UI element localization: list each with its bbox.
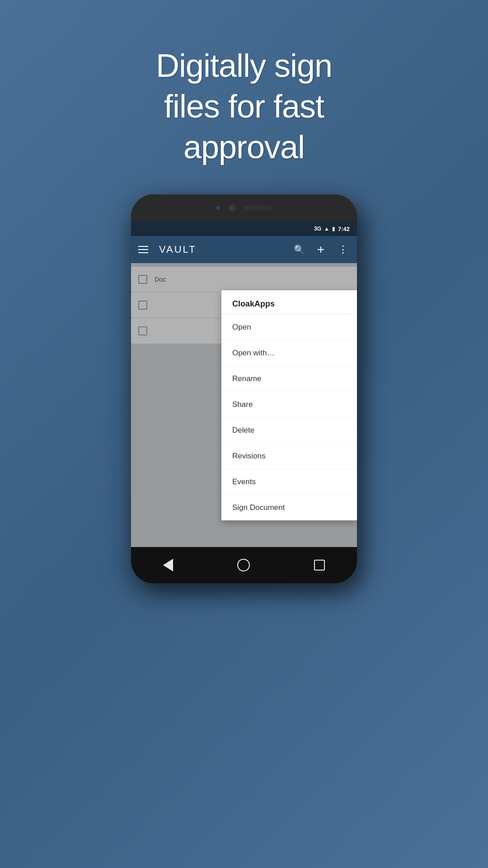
phone-body: 3G ▲ ▮ 7:42 VAULT 🔍 + ⋮ [131,194,357,583]
menu-item-rename[interactable]: Rename [221,366,357,392]
battery-icon: ▮ [332,226,335,232]
sensor [216,206,220,210]
network-indicator: 3G [314,226,321,232]
hero-line1: Digitally sign [27,45,461,86]
hero-line3: approval [27,127,461,167]
status-bar: 3G ▲ ▮ 7:42 [131,222,357,236]
camera [229,205,235,211]
back-button[interactable] [163,559,173,571]
time-display: 7:42 [338,226,350,232]
screen: 3G ▲ ▮ 7:42 VAULT 🔍 + ⋮ [131,222,357,547]
menu-item-sign-document[interactable]: Sign Document [221,495,357,520]
phone-mockup: 3G ▲ ▮ 7:42 VAULT 🔍 + ⋮ [131,194,357,583]
menu-item-share[interactable]: Share [221,392,357,418]
menu-item-open-with[interactable]: Open with… [221,340,357,366]
add-button[interactable]: + [314,242,328,257]
menu-item-open[interactable]: Open [221,315,357,340]
dialog-overlay: CloakApps Open Open with… Rename Share D… [131,263,357,547]
speaker [244,206,272,210]
menu-item-revisions[interactable]: Revisions [221,443,357,469]
signal-strength-icon: ▲ [324,226,329,232]
context-menu-title: CloakApps [221,290,357,315]
context-menu: CloakApps Open Open with… Rename Share D… [221,290,357,520]
hero-text: Digitally sign files for fast approval [0,45,488,167]
recents-button[interactable] [314,560,325,571]
nav-bar [131,547,357,583]
app-bar: VAULT 🔍 + ⋮ [131,236,357,263]
more-button[interactable]: ⋮ [335,244,350,255]
status-icons: 3G ▲ ▮ 7:42 [314,226,350,232]
hero-line2: files for fast [27,86,461,127]
menu-item-delete[interactable]: Delete [221,418,357,443]
content-area: Doc CloakApps Open Open with… Rename Sha… [131,263,357,547]
menu-item-events[interactable]: Events [221,469,357,495]
app-title: VAULT [159,244,285,255]
phone-hardware-top [131,194,357,222]
search-button[interactable]: 🔍 [292,244,306,255]
home-button[interactable] [237,559,250,571]
menu-button[interactable] [138,246,148,253]
